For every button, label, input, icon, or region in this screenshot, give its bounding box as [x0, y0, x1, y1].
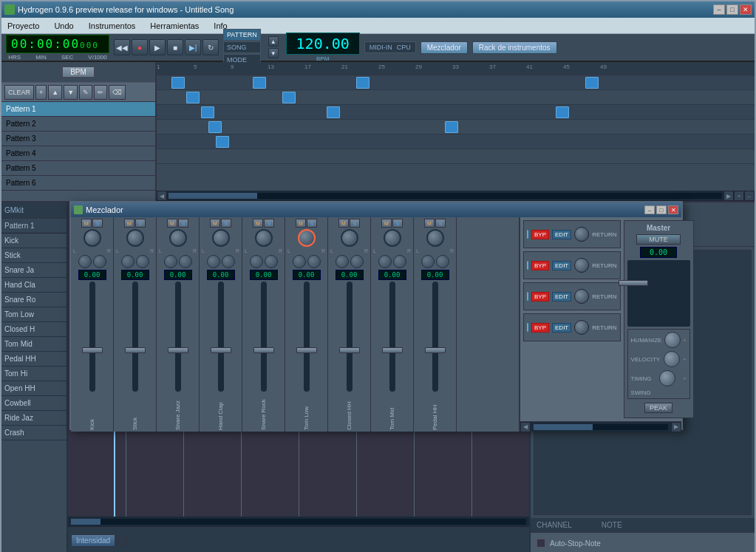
pan-right-knob-stick[interactable] — [136, 255, 149, 268]
fader-track-kick[interactable] — [89, 282, 95, 392]
solo-sr-button[interactable]: S — [264, 219, 274, 228]
instrument-tom-hi[interactable]: Tom Hi — [1, 367, 67, 381]
pattern-item-2[interactable]: Pattern 2 — [1, 117, 155, 132]
clear-button[interactable]: CLEAR — [4, 85, 34, 100]
pan-right-knob-kick[interactable] — [93, 255, 106, 268]
mute-sj-button[interactable]: M — [167, 219, 177, 228]
minimize-button[interactable]: – — [713, 4, 725, 15]
pan-right-knob-sr[interactable] — [265, 255, 278, 268]
return-knob-2[interactable] — [574, 258, 589, 273]
peak-button[interactable]: PEAK — [644, 403, 672, 413]
pattern-item-1[interactable]: Pattern 1 — [1, 102, 155, 117]
rewind-button[interactable]: ◀◀ — [114, 39, 130, 55]
humanize-knob[interactable] — [664, 332, 681, 348]
grid-row-2[interactable] — [157, 90, 755, 105]
intensity-knob[interactable] — [118, 536, 127, 545]
fader-handle-tm[interactable] — [382, 347, 403, 353]
volume-knob-kick[interactable] — [84, 229, 101, 247]
draw-tool-button[interactable]: ✎ — [79, 85, 92, 100]
fader-track-tm[interactable] — [389, 282, 395, 392]
instrument-tom-low[interactable]: Tom Low — [1, 307, 67, 322]
scroll-thumb[interactable] — [168, 193, 257, 199]
edit-button-3[interactable]: EDIT — [552, 292, 571, 301]
pe-scroll-track[interactable] — [71, 519, 526, 525]
instrument-closed-h[interactable]: Closed H — [1, 322, 67, 337]
mixer-scroll-thumb[interactable] — [534, 424, 593, 430]
stop-button[interactable]: ■ — [167, 39, 183, 55]
loop-button[interactable]: ▶| — [185, 39, 201, 55]
pan-right-knob-phh[interactable] — [436, 255, 449, 268]
maximize-button[interactable]: □ — [726, 4, 738, 15]
velocity-knob[interactable] — [664, 351, 680, 367]
solo-phh-button[interactable]: S — [435, 219, 446, 228]
mute-hc-button[interactable]: M — [210, 219, 220, 228]
fader-track-stick[interactable] — [132, 282, 138, 392]
pan-right-knob-chh[interactable] — [350, 255, 364, 268]
close-button[interactable]: ✕ — [740, 4, 752, 15]
grid-row-3[interactable] — [157, 105, 755, 120]
instrument-crash[interactable]: Crash — [1, 426, 67, 440]
select-tool-button[interactable]: ✏ — [94, 85, 107, 100]
solo-stick-button[interactable]: S — [135, 219, 146, 228]
volume-knob-stick[interactable] — [126, 229, 144, 247]
pan-left-knob-stick[interactable] — [121, 255, 134, 268]
mixer-scroll-track[interactable] — [534, 424, 668, 430]
edit-button-4[interactable]: EDIT — [552, 323, 571, 333]
mute-tl-button[interactable]: M — [296, 219, 306, 228]
volume-knob-hc[interactable] — [212, 229, 230, 247]
pattern-item-5[interactable]: Pattern 5 — [1, 161, 155, 176]
auto-stop-checkbox[interactable] — [537, 539, 545, 548]
pan-left-knob-kick[interactable] — [78, 255, 92, 268]
intensity-button[interactable]: Intensidad — [71, 534, 115, 547]
byp-button-4[interactable]: BYP — [531, 323, 549, 333]
return-knob-3[interactable] — [574, 289, 589, 304]
mute-chh-button[interactable]: M — [338, 219, 349, 228]
bpm-up-button[interactable]: ▲ — [268, 36, 279, 47]
fader-track-tl[interactable] — [304, 282, 310, 392]
timing-knob[interactable] — [659, 370, 675, 386]
volume-knob-sj[interactable] — [169, 229, 187, 247]
solo-chh-button[interactable]: S — [350, 219, 360, 228]
fader-handle-chh[interactable] — [339, 347, 360, 353]
fader-track-chh[interactable] — [347, 282, 353, 392]
instrument-snare-ro[interactable]: Snare Ro — [1, 293, 67, 307]
menu-instrumentos[interactable]: Instrumentos — [86, 20, 139, 32]
pan-left-knob-chh[interactable] — [336, 255, 349, 268]
add-pattern-button[interactable]: + — [35, 85, 47, 100]
bpm-button[interactable]: BPM — [62, 67, 95, 78]
byp-button-2[interactable]: BYP — [531, 261, 549, 270]
erase-tool-button[interactable]: ⌫ — [109, 85, 126, 100]
pan-left-knob-sr[interactable] — [250, 255, 263, 268]
pan-left-knob-sj[interactable] — [164, 255, 177, 268]
repeat-button[interactable]: ↻ — [202, 39, 219, 55]
fader-track-sr[interactable] — [261, 282, 267, 392]
remove-pattern-button[interactable]: ▲ — [48, 85, 62, 100]
pattern-item-4[interactable]: Pattern 4 — [1, 146, 155, 161]
record-button[interactable]: ● — [132, 39, 148, 55]
grid-row-6[interactable] — [157, 149, 755, 164]
mute-phh-button[interactable]: M — [424, 219, 435, 228]
mixer-minimize-button[interactable]: – — [644, 205, 655, 214]
scroll-left-button[interactable]: ◀ — [157, 191, 167, 201]
mixer-scroll-left[interactable]: ◀ — [520, 422, 531, 432]
scroll-remove-button[interactable]: – — [744, 191, 755, 201]
grid-row-4[interactable] — [157, 120, 755, 134]
instrument-pedal-hh[interactable]: Pedal HH — [1, 352, 67, 367]
edit-button-1[interactable]: EDIT — [552, 230, 571, 239]
instrument-tom-mid[interactable]: Tom Mid — [1, 337, 67, 352]
grid-row-5[interactable] — [157, 134, 755, 149]
mute-stick-button[interactable]: M — [124, 219, 134, 228]
instrument-open-hh[interactable]: Open HH — [1, 381, 67, 396]
pattern-item-6[interactable]: Pattern 6 — [1, 176, 155, 191]
volume-knob-sr[interactable] — [255, 229, 273, 247]
mute-tm-button[interactable]: M — [381, 219, 392, 228]
song-grid[interactable]: 1 5 9 13 17 21 25 29 33 37 41 45 49 — [157, 62, 755, 191]
edit-button-2[interactable]: EDIT — [552, 261, 571, 270]
master-mute-button[interactable]: MUTE — [636, 234, 681, 245]
instrument-stick[interactable]: Stick — [1, 248, 67, 263]
mixer-maximize-button[interactable]: □ — [656, 205, 667, 214]
fader-handle-sr[interactable] — [253, 347, 274, 353]
volume-knob-chh[interactable] — [341, 229, 358, 247]
solo-hc-button[interactable]: S — [221, 219, 231, 228]
byp-button-1[interactable]: BYP — [531, 230, 549, 239]
